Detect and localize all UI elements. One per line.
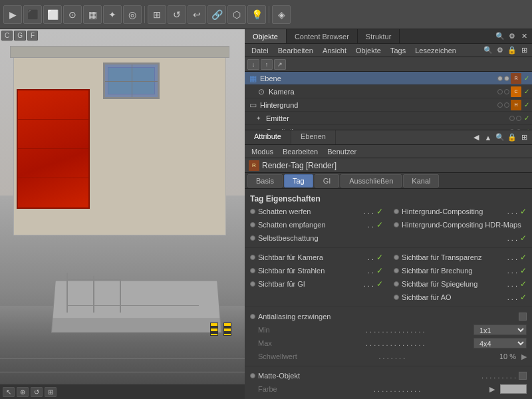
obj-toolbar-btn-2[interactable]: ↑ [261,59,273,70]
toolbar-icon-7[interactable]: ◎ [123,5,142,24]
main-toolbar: ▶ ⬛ ⬜ ⊙ ▦ ✦ ◎ ⊞ ↺ ↩ 🔗 ⬡ 💡 ◈ [0,0,532,29]
subtab-tag[interactable]: Tag [284,174,313,188]
checkbox-matte[interactable] [519,372,527,380]
toolbar-icon-11[interactable]: 🔗 [207,5,226,24]
render-tag-icon[interactable]: R [511,73,521,84]
menu-tags[interactable]: Tags [386,45,410,56]
expand-icon[interactable]: ⊞ [519,45,529,56]
vp-filter-btn[interactable]: F [27,31,38,41]
toolbar-icon-13[interactable]: 💡 [247,5,266,24]
tab-struktur[interactable]: Struktur [358,29,400,43]
dots-gi: . . . [364,280,374,288]
hintergrund-dot-1[interactable] [497,102,503,108]
vp-rot-btn[interactable]: ↺ [31,387,43,397]
toolbar-icon-4[interactable]: ⊙ [63,5,82,24]
obj-row-gravitation[interactable]: ↓ Gravitation ✓ [245,125,532,130]
menu-objekte[interactable]: Objekte [352,45,385,56]
tab-objekte[interactable]: Objekte [245,29,287,43]
dot-schatten-empfangen[interactable] [250,222,255,227]
subtab-ausschliessen[interactable]: Ausschließen [340,174,402,188]
close-icon[interactable]: ✕ [519,31,529,42]
vp-camera-btn[interactable]: C [1,31,13,41]
subtab-gi[interactable]: GI [315,174,340,188]
toolbar-icon-1[interactable]: ▶ [3,5,22,24]
dot-hintergrund-hdr[interactable] [394,222,399,227]
menu-ansicht[interactable]: Ansicht [319,45,350,56]
obj-toolbar-btn-1[interactable]: ↓ [247,59,259,70]
toolbar-icon-5[interactable]: ▦ [83,5,102,24]
tab-content-browser[interactable]: Content Browser [287,29,358,43]
toolbar-icon-2[interactable]: ⬛ [23,5,42,24]
dot-transp[interactable] [394,255,399,260]
obj-row-hintergrund[interactable]: ▭ Hintergrund H ✓ [245,98,532,112]
dropdown-min[interactable]: 1x1 [473,325,527,335]
expand-attr-icon[interactable]: ⊞ [519,132,529,143]
hintergrund-tag[interactable]: H [511,100,521,110]
dot-ao[interactable] [394,295,399,300]
vp-zoom-btn[interactable]: ⊕ [17,387,29,397]
prop-col-gi: Sichtbar für GI . . . ✓ [245,277,388,291]
toolbar-icon-3[interactable]: ⬜ [43,5,62,24]
viewport[interactable]: C G F ↖ ⊕ ↺ ⊞ [0,29,245,399]
lock-attr-icon[interactable]: 🔒 [507,132,517,143]
subtab-kanal[interactable]: Kanal [403,174,439,188]
obj-toolbar-btn-3[interactable]: ↗ [274,59,286,70]
dot-hintergrund-compositing[interactable] [394,209,399,214]
toolbar-icon-10[interactable]: ↩ [188,5,206,24]
dropdown-max[interactable]: 4x4 [473,338,527,348]
dot-kamera[interactable] [250,255,255,260]
toolbar-icon-12[interactable]: ⬡ [227,5,246,24]
toolbar-icon-14[interactable]: ◈ [272,5,291,24]
dot-antialiasing[interactable] [250,314,255,319]
kamera-dot-1[interactable] [497,89,503,94]
gear-icon[interactable]: ⚙ [507,31,517,42]
obj-dot-2[interactable] [504,76,509,81]
dot-brechung[interactable] [394,268,399,273]
dot-schatten-werfen[interactable] [250,209,255,214]
dot-strahlen[interactable] [250,268,255,273]
dot-selbst[interactable] [250,235,255,241]
obj-dot-1[interactable] [497,76,503,81]
arrow-left-icon[interactable]: ◀ [471,132,481,143]
arrow-up-icon[interactable]: ▲ [483,132,493,143]
menu-lesezeichen[interactable]: Lesezeichen [411,45,460,56]
check-selbst: ✓ [520,233,527,243]
dot-spiegelung[interactable] [394,281,399,287]
vp-fit-btn[interactable]: ⊞ [45,387,57,397]
obj-row-kamera[interactable]: ⊙ Kamera C ✓ [245,85,532,98]
menu-bearbeiten[interactable]: Bearbeiten [274,45,317,56]
search-objects-icon[interactable]: 🔍 [483,45,493,56]
toolbar-icon-9[interactable]: ↺ [168,5,186,24]
emitter-dot-2[interactable] [516,116,521,121]
toolbar-icon-8[interactable]: ⊞ [148,5,166,24]
attr-menu-benutzer[interactable]: Benutzer [323,146,360,157]
vp-move-btn[interactable]: ↖ [3,387,15,397]
settings-icon[interactable]: ⚙ [495,45,505,56]
attr-menu-bearbeiten[interactable]: Bearbeiten [279,146,322,157]
attr-menu-modus[interactable]: Modus [247,146,277,157]
search-attr-icon[interactable]: 🔍 [495,132,505,143]
search-icon[interactable]: 🔍 [495,31,505,42]
kamera-tag[interactable]: C [511,86,521,97]
emitter-dot-1[interactable] [509,116,515,121]
hintergrund-dot-2[interactable] [504,102,509,108]
schwellwert-arrow[interactable]: ▶ [521,352,527,361]
dot-matte[interactable] [250,373,255,378]
tab-ebenen[interactable]: Ebenen [291,130,336,144]
vp-display-btn[interactable]: G [14,31,26,41]
checkbox-antialiasing[interactable] [519,313,527,321]
obj-row-emitter[interactable]: ✦ Emitter ✓ [245,112,532,125]
prop-col-spiegelung: Sichtbar für Spiegelung . . . ✓ [388,277,532,291]
farbe-color-box[interactable] [500,384,527,394]
kamera-dot-2[interactable] [504,89,509,94]
tab-attribute[interactable]: Attribute [245,130,291,144]
obj-row-ebene[interactable]: ▦ Ebene R ✓ [245,72,532,85]
toolbar-icon-6[interactable]: ✦ [103,5,122,24]
prop-row-gi-spiegelung: Sichtbar für GI . . . ✓ Sichtbar für Spi… [245,277,532,291]
label-sichtbar-strahlen: Sichtbar für Strahlen [258,267,365,275]
menu-datei[interactable]: Datei [247,45,273,56]
farbe-arrow[interactable]: ▶ [489,385,495,394]
subtab-basis[interactable]: Basis [247,174,283,188]
dot-gi[interactable] [250,281,255,287]
lock-icon[interactable]: 🔒 [507,45,517,56]
